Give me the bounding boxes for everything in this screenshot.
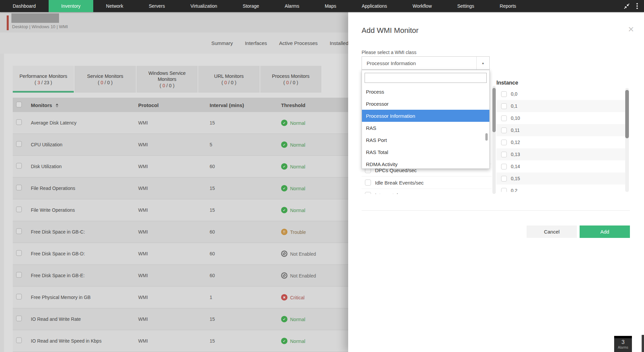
instance-label: 0,1	[511, 103, 517, 109]
nav-item[interactable]: Applications	[349, 0, 400, 12]
instance-scrollbar[interactable]	[625, 88, 629, 192]
nav-item-label: Reports	[500, 3, 516, 9]
instance-checkbox[interactable]	[501, 91, 507, 97]
instance-label: 0,10	[511, 115, 520, 121]
instance-label: 0,13	[511, 152, 520, 157]
instance-label: 0,11	[511, 128, 520, 133]
instance-row[interactable]: 0,15	[496, 172, 625, 185]
modal-backdrop[interactable]	[0, 12, 348, 352]
instance-title: Instance	[496, 80, 518, 86]
wmi-class-dropdown: Process Processor Processor Information …	[362, 70, 490, 169]
dropdown-option-label: RDMA Activity	[366, 161, 397, 167]
instance-checkbox[interactable]	[501, 176, 507, 182]
nav-item[interactable]: Alarms	[272, 0, 312, 12]
counter-checkbox[interactable]	[365, 192, 371, 194]
dropdown-option-label: RAS	[366, 125, 376, 131]
nav-item-label: Dashboard	[13, 3, 36, 9]
alarms-badge[interactable]: 3 Alarms	[614, 338, 632, 352]
counter-checkbox[interactable]	[365, 180, 371, 186]
instance-label: 0,14	[511, 164, 520, 169]
instance-checkbox[interactable]	[501, 115, 507, 121]
nav-items: Dashboard Inventory Network Servers Virt…	[0, 0, 529, 12]
dropdown-option[interactable]: Processor	[362, 98, 489, 110]
instance-row[interactable]: 0,12	[496, 136, 625, 148]
nav-item[interactable]: Workflow	[400, 0, 444, 12]
instance-label: 0,0	[511, 91, 517, 97]
dropdown-scrollbar-thumb[interactable]	[485, 133, 488, 141]
counter-row[interactable]: Idle Break Events/sec	[362, 176, 492, 189]
nav-item-label: Inventory	[61, 3, 81, 9]
add-button[interactable]: Add	[580, 225, 630, 238]
counters-scrollbar[interactable]	[492, 86, 496, 194]
dropdown-option-label: Processor Information	[366, 113, 415, 119]
nav-item[interactable]: Maps	[312, 0, 349, 12]
counter-label: Interrupts/sec	[375, 192, 406, 194]
alarms-count: 3	[614, 339, 632, 346]
collapse-icon[interactable]	[624, 3, 630, 9]
nav-item[interactable]: Virtualization	[178, 0, 230, 12]
nav-item-label: Settings	[457, 3, 474, 9]
counter-row[interactable]: Interrupts/sec	[362, 189, 492, 194]
nav-item-label: Maps	[325, 3, 336, 9]
instance-row[interactable]: 0,0	[496, 88, 625, 100]
dropdown-option[interactable]: RAS Total	[362, 146, 489, 158]
dropdown-option[interactable]: Processor Information	[362, 110, 489, 122]
instance-row[interactable]: 0,14	[496, 160, 625, 172]
modal-title: Add WMI Monitor	[362, 26, 419, 35]
nav-item-label: Workflow	[413, 3, 432, 9]
dropdown-option-label: Processor	[366, 101, 389, 107]
nav-item-label: Virtualization	[191, 3, 217, 9]
nav-item[interactable]: Settings	[444, 0, 487, 12]
instance-checkbox[interactable]	[501, 103, 507, 109]
add-wmi-monitor-modal: Add WMI Monitor × Please select a WMI cl…	[348, 12, 644, 352]
dropdown-option[interactable]: RAS	[362, 122, 489, 134]
dropdown-option[interactable]: RDMA Activity	[362, 158, 489, 169]
nav-item[interactable]: Reports	[487, 0, 529, 12]
instance-label: 0,2	[511, 188, 517, 192]
instance-checkbox[interactable]	[501, 140, 507, 145]
counters-scrollbar-thumb[interactable]	[492, 88, 496, 132]
instance-row[interactable]: 0,13	[496, 148, 625, 160]
nav-item[interactable]: Servers	[136, 0, 177, 12]
counter-label: Idle Break Events/sec	[375, 180, 424, 186]
dropdown-option-label: Process	[366, 89, 384, 95]
wmi-class-select[interactable]: Processor Information	[362, 56, 490, 70]
nav-item[interactable]: Storage	[230, 0, 272, 12]
kebab-menu-icon[interactable]	[636, 3, 638, 9]
nav-item[interactable]: Inventory	[49, 0, 94, 12]
dropdown-search-input[interactable]	[365, 73, 487, 83]
chevron-up-icon[interactable]	[476, 57, 489, 69]
wmi-class-selected-value: Processor Information	[367, 60, 416, 66]
close-icon[interactable]: ×	[628, 24, 634, 34]
nav-item-label: Alarms	[285, 3, 300, 9]
nav-right-icons	[624, 0, 644, 12]
instance-row[interactable]: 0,2	[496, 185, 625, 192]
nav-item-label: Servers	[149, 3, 165, 9]
instance-checkbox[interactable]	[501, 152, 507, 157]
nav-item-label: Storage	[243, 3, 259, 9]
nav-item-label: Network	[106, 3, 123, 9]
instance-row[interactable]: 0,10	[496, 112, 625, 124]
instance-row[interactable]: 0,1	[496, 100, 625, 112]
dropdown-option-label: RAS Port	[366, 137, 387, 143]
top-nav: Dashboard Inventory Network Servers Virt…	[0, 0, 644, 12]
instance-list: 0,0 0,1 0,10 0,11 0,12 0,13 0,14 0,15 0,…	[496, 88, 625, 192]
cancel-button[interactable]: Cancel	[527, 225, 577, 238]
wmi-class-label: Please select a WMI class	[362, 50, 416, 55]
instance-label: 0,15	[511, 176, 520, 181]
instance-checkbox[interactable]	[501, 128, 507, 133]
nav-item[interactable]: Dashboard	[0, 0, 49, 12]
dropdown-options: Process Processor Processor Information …	[362, 86, 489, 169]
instance-checkbox[interactable]	[501, 164, 507, 169]
dropdown-option-label: RAS Total	[366, 149, 388, 155]
instance-checkbox[interactable]	[501, 188, 507, 192]
instance-scrollbar-thumb[interactable]	[625, 90, 629, 138]
nav-item[interactable]: Network	[93, 0, 136, 12]
nav-item-label: Applications	[362, 3, 387, 9]
alarms-label: Alarms	[614, 346, 632, 349]
dropdown-option[interactable]: RAS Port	[362, 134, 489, 146]
instance-label: 0,12	[511, 140, 520, 145]
instance-row[interactable]: 0,11	[496, 124, 625, 136]
dropdown-option[interactable]: Process	[362, 86, 489, 98]
modal-divider	[362, 210, 630, 211]
